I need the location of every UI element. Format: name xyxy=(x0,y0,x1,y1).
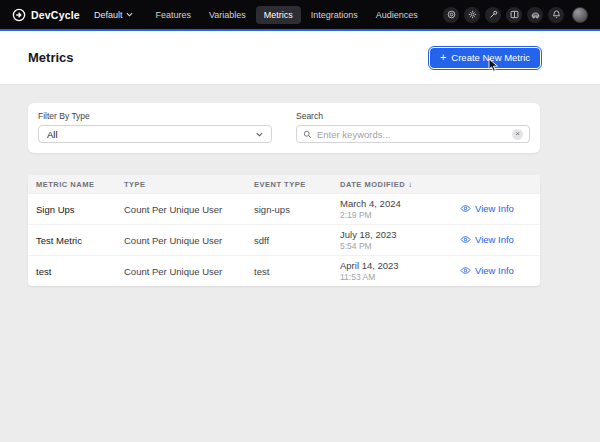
user-avatar[interactable] xyxy=(572,7,588,23)
column-header-metric-name[interactable]: Metric Name xyxy=(36,180,124,189)
metric-type-cell: Count Per Unique User xyxy=(124,266,254,277)
brand[interactable]: DevCycle xyxy=(12,8,80,22)
event-type-cell: sdff xyxy=(254,235,340,246)
type-filter-select[interactable]: All xyxy=(38,125,272,143)
page-header: Metrics + Create New Metric xyxy=(0,31,600,85)
filter-by-type-label: Filter By Type xyxy=(38,111,272,121)
metric-type-cell: Count Per Unique User xyxy=(124,235,254,246)
main-content: Filter By Type All Search × Metric Name … xyxy=(28,103,540,286)
eye-icon xyxy=(460,266,471,275)
search-label: Search xyxy=(296,111,530,121)
table-row: Sign Ups Count Per Unique User sign-ups … xyxy=(28,193,540,224)
column-header-date-modified[interactable]: Date Modified ↓ xyxy=(340,180,460,189)
date-modified-cell: July 18, 2023 5:54 PM xyxy=(340,229,460,251)
nav-item-metrics[interactable]: Metrics xyxy=(256,6,301,24)
search-field: Search × xyxy=(296,111,530,143)
project-selector-label: Default xyxy=(94,10,123,20)
clear-search-button[interactable]: × xyxy=(512,129,523,140)
nav-item-features[interactable]: Features xyxy=(147,6,199,24)
car-icon xyxy=(531,10,540,19)
chevron-down-icon xyxy=(126,12,133,17)
devcycle-logo-icon xyxy=(12,8,26,22)
create-button-label: Create New Metric xyxy=(451,52,530,63)
view-info-link[interactable]: View Info xyxy=(460,203,514,214)
chevron-down-icon xyxy=(256,132,263,137)
filter-by-type-field: Filter By Type All xyxy=(38,111,272,143)
book-icon xyxy=(510,10,519,19)
navbar-actions xyxy=(443,7,588,23)
metric-type-cell: Count Per Unique User xyxy=(124,204,254,215)
top-navbar: DevCycle Default Features Variables Metr… xyxy=(0,0,600,29)
main-nav: Features Variables Metrics Integrations … xyxy=(147,6,425,24)
date-modified-cell: March 4, 2024 2:19 PM xyxy=(340,198,460,220)
brand-name: DevCycle xyxy=(31,9,80,21)
eye-icon xyxy=(460,235,471,244)
search-input[interactable] xyxy=(317,129,507,140)
eye-icon xyxy=(460,204,471,213)
event-type-cell: sign-ups xyxy=(254,204,340,215)
search-icon xyxy=(303,130,312,139)
bell-icon xyxy=(552,10,561,19)
wrench-icon xyxy=(489,10,498,19)
nav-item-integrations[interactable]: Integrations xyxy=(303,6,366,24)
settings-button[interactable] xyxy=(464,7,480,23)
column-header-event-type[interactable]: Event Type xyxy=(254,180,340,189)
gear-icon xyxy=(468,10,477,19)
metric-name-cell: Test Metric xyxy=(36,235,124,246)
plus-icon: + xyxy=(440,52,446,63)
metric-name-cell: Sign Ups xyxy=(36,204,124,215)
nav-item-audiences[interactable]: Audiences xyxy=(368,6,426,24)
lifebuoy-icon xyxy=(447,10,456,19)
view-info-link[interactable]: View Info xyxy=(460,234,514,245)
table-row: test Count Per Unique User test April 14… xyxy=(28,255,540,286)
support-button[interactable] xyxy=(443,7,459,23)
type-filter-value: All xyxy=(47,129,58,140)
nav-item-variables[interactable]: Variables xyxy=(201,6,254,24)
search-box: × xyxy=(296,125,530,143)
filter-card: Filter By Type All Search × xyxy=(28,103,540,153)
table-row: Test Metric Count Per Unique User sdff J… xyxy=(28,224,540,255)
view-info-link[interactable]: View Info xyxy=(460,265,514,276)
metrics-table: Metric Name Type Event Type Date Modifie… xyxy=(28,175,540,286)
notifications-button[interactable] xyxy=(548,7,564,23)
event-type-cell: test xyxy=(254,266,340,277)
sort-descending-icon: ↓ xyxy=(408,180,413,189)
date-modified-cell: April 14, 2023 11:53 AM xyxy=(340,260,460,282)
docs-button[interactable] xyxy=(506,7,522,23)
column-header-type[interactable]: Type xyxy=(124,180,254,189)
page-title: Metrics xyxy=(28,50,74,65)
table-header-row: Metric Name Type Event Type Date Modifie… xyxy=(28,175,540,193)
metric-name-cell: test xyxy=(36,266,124,277)
project-selector[interactable]: Default xyxy=(94,10,134,20)
debugger-button[interactable] xyxy=(485,7,501,23)
drive-button[interactable] xyxy=(527,7,543,23)
create-new-metric-button[interactable]: + Create New Metric xyxy=(430,48,540,68)
